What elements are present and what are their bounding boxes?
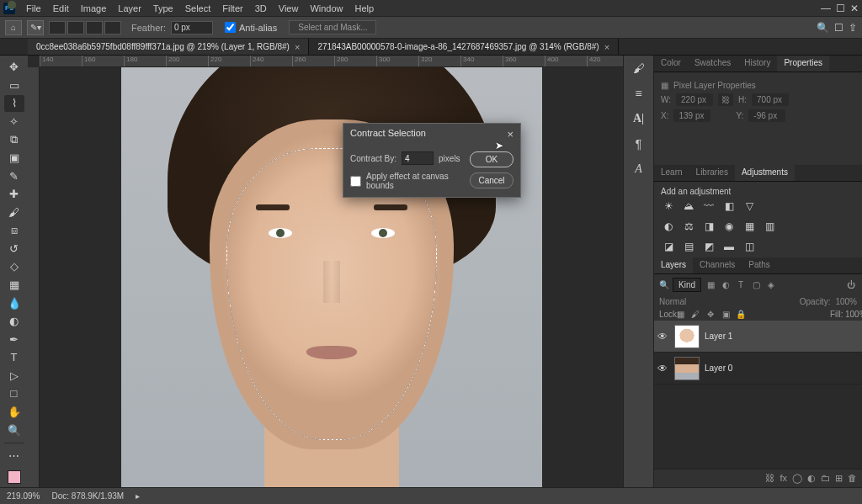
lock-pixels-icon[interactable]: 🖌: [689, 310, 701, 319]
hue-saturation-icon[interactable]: ◐: [661, 220, 676, 233]
lock-position-icon[interactable]: ✥: [705, 310, 716, 319]
paragraph-panel-icon[interactable]: ¶: [630, 135, 648, 153]
selective-color-icon[interactable]: ◫: [742, 240, 757, 253]
doc-size[interactable]: Doc: 878.9K/1.93M: [51, 491, 124, 501]
color-lookup-icon[interactable]: ▥: [762, 220, 777, 233]
tab-properties[interactable]: Properties: [777, 56, 829, 72]
layer-thumbnail[interactable]: [674, 325, 700, 348]
marquee-tool[interactable]: ▭: [4, 77, 24, 94]
lock-all-icon[interactable]: 🔒: [735, 310, 747, 319]
type-tool[interactable]: T: [4, 349, 24, 366]
menu-view[interactable]: View: [273, 2, 305, 15]
menu-filter[interactable]: Filter: [216, 2, 248, 15]
healing-brush-tool[interactable]: ✚: [4, 186, 24, 203]
threshold-icon[interactable]: ◩: [701, 240, 716, 253]
menu-type[interactable]: Type: [147, 2, 179, 15]
brush-settings-panel-icon[interactable]: ≡: [630, 84, 648, 103]
layer-filter-icon[interactable]: 🔍: [659, 280, 669, 289]
tab-learn[interactable]: Learn: [654, 165, 689, 181]
selection-intersect-icon[interactable]: [104, 21, 121, 34]
invert-icon[interactable]: ◪: [661, 240, 676, 253]
layer-mask-icon[interactable]: ◯: [792, 473, 802, 484]
glyphs-panel-icon[interactable]: A: [630, 160, 648, 178]
cancel-button[interactable]: Cancel: [470, 172, 513, 188]
selection-new-icon[interactable]: [49, 21, 66, 34]
crop-tool[interactable]: ⧉: [4, 131, 24, 148]
search-icon[interactable]: 🔍: [817, 22, 829, 34]
layer-name[interactable]: Layer 0: [705, 363, 732, 373]
filter-adjustment-icon[interactable]: ◐: [720, 279, 732, 291]
visibility-toggle-icon[interactable]: 👁: [657, 363, 669, 374]
close-icon[interactable]: ×: [604, 42, 609, 52]
lasso-tool[interactable]: ⌇: [4, 95, 24, 112]
menu-window[interactable]: Window: [304, 2, 349, 15]
eyedropper-tool[interactable]: ✎: [4, 167, 24, 184]
new-layer-icon[interactable]: ⊞: [835, 473, 843, 484]
tab-history[interactable]: History: [737, 56, 777, 72]
levels-icon[interactable]: ⛰: [681, 199, 696, 213]
black-white-icon[interactable]: ◨: [701, 220, 716, 233]
edit-toolbar[interactable]: ⋯: [4, 448, 24, 464]
window-close-icon[interactable]: ✕: [850, 3, 859, 14]
home-icon[interactable]: ⌂: [5, 20, 22, 35]
tab-libraries[interactable]: Libraries: [689, 165, 735, 181]
delete-layer-icon[interactable]: 🗑: [848, 473, 857, 484]
status-chevron-icon[interactable]: ▸: [136, 491, 140, 501]
exposure-icon[interactable]: ◧: [721, 199, 737, 213]
filter-smart-icon[interactable]: ◈: [765, 279, 777, 291]
tab-adjustments[interactable]: Adjustments: [735, 165, 795, 181]
dodge-tool[interactable]: ◐: [4, 313, 24, 330]
magic-wand-tool[interactable]: ✧: [4, 114, 24, 130]
apply-at-bounds-checkbox[interactable]: Apply effect at canvas bounds: [350, 172, 463, 190]
brush-tool[interactable]: 🖌: [4, 204, 24, 221]
ok-button[interactable]: OK: [470, 151, 513, 167]
character-panel-icon[interactable]: A|: [630, 109, 648, 128]
brushes-panel-icon[interactable]: 🖌: [630, 59, 648, 77]
zoom-tool[interactable]: 🔍: [4, 422, 24, 438]
menu-select[interactable]: Select: [179, 2, 217, 15]
curves-icon[interactable]: 〰: [701, 199, 716, 213]
tab-paths[interactable]: Paths: [742, 257, 777, 273]
tool-preset-picker[interactable]: ✎▾: [27, 20, 44, 35]
brightness-contrast-icon[interactable]: ☀: [661, 199, 676, 213]
filter-type-icon[interactable]: T: [735, 279, 747, 291]
blur-tool[interactable]: 💧: [4, 294, 24, 311]
window-minimize-icon[interactable]: —: [821, 3, 831, 14]
y-field[interactable]: -96 px: [748, 109, 785, 122]
filter-pixel-icon[interactable]: ▦: [705, 279, 716, 291]
window-restore-icon[interactable]: ☐: [836, 3, 845, 14]
rectangle-tool[interactable]: □: [4, 385, 24, 402]
menu-image[interactable]: Image: [75, 2, 113, 15]
path-selection-tool[interactable]: ▷: [4, 368, 24, 385]
link-layers-icon[interactable]: ⛓: [765, 473, 774, 484]
new-group-icon[interactable]: 🗀: [821, 473, 830, 484]
eraser-tool[interactable]: ◇: [4, 258, 24, 275]
opacity-value[interactable]: 100%: [835, 297, 857, 306]
close-icon[interactable]: ×: [295, 42, 300, 52]
select-and-mask-button[interactable]: Select and Mask...: [289, 20, 376, 34]
layer-row[interactable]: 👁 Layer 1: [654, 321, 862, 353]
tab-color[interactable]: Color: [654, 56, 688, 72]
posterize-icon[interactable]: ▤: [681, 240, 696, 253]
layer-name[interactable]: Layer 1: [705, 332, 732, 341]
zoom-level[interactable]: 219.09%: [7, 491, 40, 501]
link-dimensions-icon[interactable]: ⛓: [718, 93, 733, 106]
history-brush-tool[interactable]: ↺: [4, 241, 24, 257]
share-icon[interactable]: ⇪: [849, 22, 857, 34]
width-field[interactable]: 220 px: [676, 93, 713, 106]
menu-file[interactable]: File: [20, 2, 47, 15]
x-field[interactable]: 139 px: [673, 109, 710, 122]
tab-swatches[interactable]: Swatches: [688, 56, 737, 72]
hand-tool[interactable]: ✋: [4, 404, 24, 421]
tab-channels[interactable]: Channels: [693, 257, 742, 273]
fill-value[interactable]: 100%: [845, 310, 857, 319]
pen-tool[interactable]: ✒: [4, 331, 24, 347]
document-tab-2[interactable]: 271843AB00000578-0-image-a-86_1427687469…: [309, 39, 619, 55]
layer-style-icon[interactable]: fx: [780, 473, 787, 484]
gradient-tool[interactable]: ▦: [4, 277, 24, 294]
tab-layers[interactable]: Layers: [654, 257, 693, 273]
layer-kind-select[interactable]: Kind: [673, 278, 701, 292]
color-balance-icon[interactable]: ⚖: [681, 220, 696, 233]
menu-layer[interactable]: Layer: [112, 2, 147, 15]
anti-alias-checkbox[interactable]: Anti-alias: [225, 22, 277, 33]
